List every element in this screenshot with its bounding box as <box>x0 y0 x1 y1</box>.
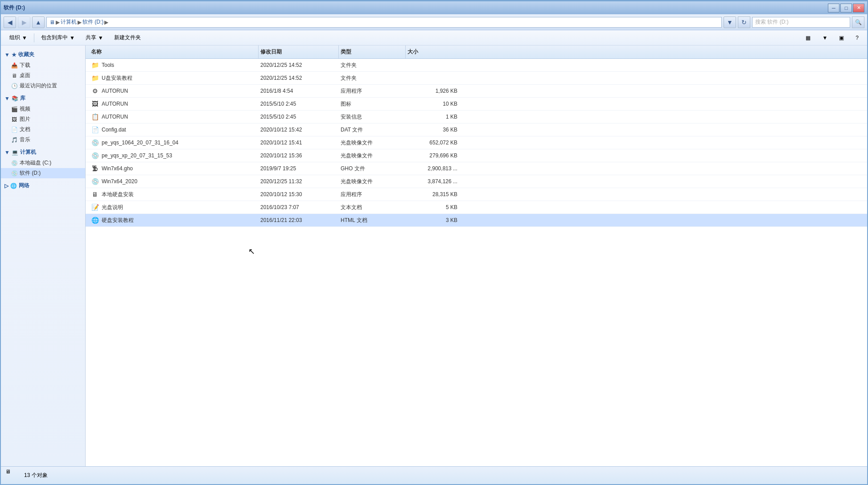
table-row[interactable]: 🌐 硬盘安装教程 2016/11/21 22:03 HTML 文档 3 KB <box>86 214 867 227</box>
sidebar-item-desktop[interactable]: 🖥 桌面 <box>1 70 85 81</box>
sidebar-item-pictures[interactable]: 🖼 图片 <box>1 114 85 124</box>
favorites-header[interactable]: ▼ ★ 收藏夹 <box>1 49 85 60</box>
file-name: AUTORUN <box>102 88 128 94</box>
table-row[interactable]: 🖼 AUTORUN 2015/5/10 2:45 图标 10 KB <box>86 98 867 111</box>
table-row[interactable]: 📄 Config.dat 2020/10/12 15:42 DAT 文件 36 … <box>86 123 867 136</box>
status-app-icon: 🖥 <box>5 469 20 483</box>
file-icon: 📁 <box>91 61 99 69</box>
sidebar-item-docs[interactable]: 📄 文档 <box>1 124 85 135</box>
include-library-button[interactable]: 包含到库中 ▼ <box>36 32 80 44</box>
main-layout: ▼ ★ 收藏夹 📥 下载 🖥 桌面 🕒 最近访问的位置 <box>1 45 867 466</box>
search-button[interactable]: 🔍 <box>852 16 864 28</box>
computer-header[interactable]: ▼ 💻 计算机 <box>1 147 85 158</box>
back-button[interactable]: ◀ <box>4 16 16 28</box>
sidebar-item-software-d[interactable]: 💿 软件 (D:) <box>1 168 85 178</box>
file-type: 光盘映像文件 <box>339 176 406 188</box>
file-name-cell: 📁 U盘安装教程 <box>89 72 259 84</box>
computer-label: 计算机 <box>20 148 36 156</box>
file-modified: 2016/1/8 4:54 <box>259 86 339 96</box>
table-row[interactable]: ⚙ AUTORUN 2016/1/8 4:54 应用程序 1,926 KB <box>86 85 867 98</box>
network-header[interactable]: ▷ 🌐 网络 <box>1 180 85 191</box>
preview-button[interactable]: ▣ <box>834 32 849 44</box>
view-button[interactable]: ▦ <box>801 32 815 44</box>
file-name-cell: 📝 光盘说明 <box>89 201 259 214</box>
file-size: 2,900,813 ... <box>406 163 459 174</box>
file-name: pe_yqs_xp_20_07_31_15_53 <box>102 152 172 159</box>
col-modified[interactable]: 修改日期 <box>259 45 339 58</box>
file-name-cell: 🌐 硬盘安装教程 <box>89 214 259 226</box>
video-icon: 🎬 <box>11 106 18 113</box>
software-d-label: 软件 (D:) <box>20 169 41 177</box>
maximize-button[interactable]: □ <box>840 4 852 12</box>
organize-button[interactable]: 组织 ▼ <box>4 32 32 44</box>
file-name-cell: 🗜 Win7x64.gho <box>89 162 259 175</box>
table-row[interactable]: 💿 pe_yqs_xp_20_07_31_15_53 2020/10/12 15… <box>86 149 867 162</box>
refresh-button[interactable]: ↻ <box>738 16 750 28</box>
new-folder-button[interactable]: 新建文件夹 <box>109 32 146 44</box>
help-button[interactable]: ? <box>851 32 864 44</box>
sidebar-item-video[interactable]: 🎬 视频 <box>1 104 85 114</box>
view-dropdown-button[interactable]: ▼ <box>817 32 832 44</box>
col-size[interactable]: 大小 <box>406 45 459 58</box>
include-dropdown-icon: ▼ <box>70 35 75 41</box>
col-type[interactable]: 类型 <box>339 45 406 58</box>
forward-button[interactable]: ▶ <box>18 16 30 28</box>
organize-dropdown-icon: ▼ <box>22 35 27 41</box>
file-icon: 🌐 <box>91 216 99 224</box>
file-name-cell: 💿 pe_yqs_xp_20_07_31_15_53 <box>89 149 259 162</box>
file-name: AUTORUN <box>102 114 128 120</box>
minimize-button[interactable]: ─ <box>828 4 839 12</box>
file-modified: 2020/10/12 15:30 <box>259 189 339 200</box>
close-button[interactable]: ✕ <box>853 4 864 12</box>
file-size: 10 KB <box>406 99 459 109</box>
toolbar-right: ▦ ▼ ▣ ? <box>801 32 864 44</box>
search-box[interactable]: 搜索 软件 (D:) <box>752 17 850 28</box>
file-name: 本地硬盘安装 <box>102 191 134 198</box>
library-section: ▼ 📚 库 🎬 视频 🖼 图片 📄 文档 🎵 <box>1 93 85 145</box>
file-type: 光盘映像文件 <box>339 137 406 149</box>
table-row[interactable]: 📁 U盘安装教程 2020/12/25 14:52 文件夹 <box>86 72 867 85</box>
file-type: HTML 文档 <box>339 214 406 226</box>
status-count: 13 个对象 <box>24 472 48 479</box>
table-row[interactable]: 📝 光盘说明 2016/10/23 7:07 文本文档 5 KB <box>86 201 867 214</box>
table-row[interactable]: 🖥 本地硬盘安装 2020/10/12 15:30 应用程序 28,315 KB <box>86 188 867 201</box>
computer-collapse-icon: ▼ <box>4 149 10 156</box>
toolbar: 组织 ▼ 包含到库中 ▼ 共享 ▼ 新建文件夹 ▦ ▼ ▣ ? <box>1 30 867 45</box>
table-row[interactable]: 📋 AUTORUN 2015/5/10 2:45 安装信息 1 KB <box>86 111 867 123</box>
file-size: 279,696 KB <box>406 150 459 161</box>
table-row[interactable]: 🗜 Win7x64.gho 2019/9/7 19:25 GHO 文件 2,90… <box>86 162 867 175</box>
file-modified: 2020/12/25 14:52 <box>259 60 339 70</box>
file-modified: 2020/10/12 15:36 <box>259 150 339 161</box>
file-name-cell: 📄 Config.dat <box>89 123 259 136</box>
column-header: 名称 修改日期 类型 大小 <box>86 45 867 59</box>
file-modified: 2016/10/23 7:07 <box>259 202 339 213</box>
file-type: DAT 文件 <box>339 124 406 136</box>
address-path[interactable]: 🖥 ▶ 计算机 ▶ 软件 (D:) ▶ <box>46 17 722 28</box>
organize-label: 组织 <box>9 34 20 41</box>
dropdown-button[interactable]: ▼ <box>724 16 736 28</box>
table-row[interactable]: 📁 Tools 2020/12/25 14:52 文件夹 <box>86 59 867 72</box>
col-name[interactable]: 名称 <box>89 45 259 58</box>
library-header[interactable]: ▼ 📚 库 <box>1 93 85 104</box>
file-name: Win7x64_2020 <box>102 178 137 185</box>
file-modified: 2015/5/10 2:45 <box>259 111 339 122</box>
window-frame: 软件 (D:) ─ □ ✕ ◀ ▶ ▲ 🖥 ▶ 计算机 ▶ 软件 (D:) ▶ … <box>0 0 868 485</box>
computer-icon: 💻 <box>12 149 18 156</box>
sidebar-item-downloads[interactable]: 📥 下载 <box>1 60 85 70</box>
network-section: ▷ 🌐 网络 <box>1 180 85 191</box>
file-type: 应用程序 <box>339 85 406 97</box>
sidebar-item-recent[interactable]: 🕒 最近访问的位置 <box>1 81 85 91</box>
new-folder-label: 新建文件夹 <box>114 34 141 41</box>
favorites-star-icon: ★ <box>12 52 16 58</box>
pictures-icon: 🖼 <box>11 116 18 123</box>
music-label: 音乐 <box>20 136 30 144</box>
file-name: U盘安装教程 <box>102 74 132 82</box>
file-modified: 2019/9/7 19:25 <box>259 163 339 174</box>
sidebar-item-music[interactable]: 🎵 音乐 <box>1 135 85 145</box>
sidebar-item-local-c[interactable]: 💿 本地磁盘 (C:) <box>1 158 85 168</box>
up-button[interactable]: ▲ <box>32 16 45 28</box>
table-row[interactable]: 💿 Win7x64_2020 2020/12/25 11:32 光盘映像文件 3… <box>86 175 867 188</box>
file-size: 36 KB <box>406 124 459 135</box>
share-button[interactable]: 共享 ▼ <box>81 32 108 44</box>
table-row[interactable]: 💿 pe_yqs_1064_20_07_31_16_04 2020/10/12 … <box>86 136 867 149</box>
